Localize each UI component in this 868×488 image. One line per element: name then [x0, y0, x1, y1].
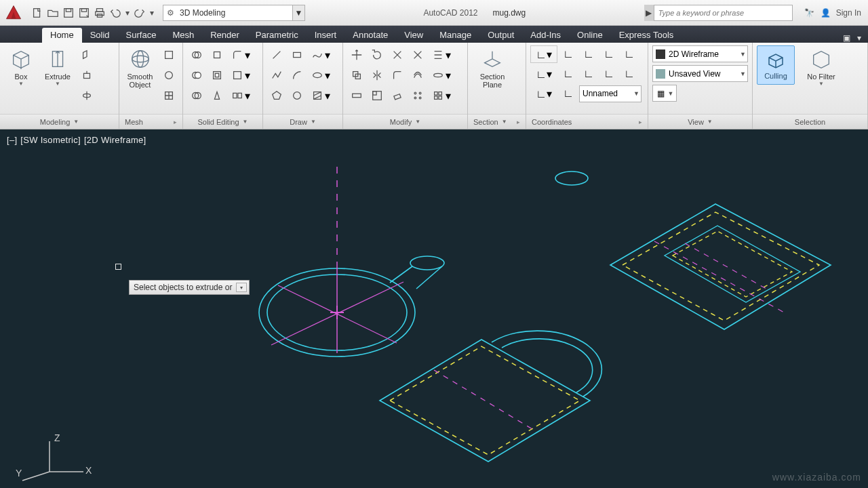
tab-manage[interactable]: Manage — [431, 28, 479, 43]
viewport-config-icon[interactable]: ▦▼ — [652, 85, 677, 102]
ellipse-icon[interactable]: ▾ — [308, 66, 335, 85]
ucs-origin-icon[interactable]: ∟▾ — [530, 85, 557, 102]
featured-apps-icon[interactable]: ▣ — [843, 33, 850, 43]
svg-rect-35 — [373, 92, 376, 95]
ucs-3p-icon[interactable]: ∟ — [620, 65, 639, 83]
ucs-x-icon[interactable]: ∟ — [579, 45, 598, 63]
offset-icon[interactable] — [408, 66, 427, 85]
tab-express[interactable]: Express Tools — [611, 28, 682, 43]
tab-online[interactable]: Online — [569, 28, 611, 43]
ucs-named-combo[interactable]: Unnamed▼ — [579, 85, 642, 102]
ucs-named-icon[interactable]: ∟ — [559, 85, 578, 102]
panel-section: Section Plane Section▼▸ — [468, 43, 526, 129]
array-icon[interactable] — [408, 86, 427, 105]
saved-view-combo[interactable]: Unsaved View▼ — [652, 65, 748, 82]
tab-addins[interactable]: Add-Ins — [522, 28, 569, 43]
search-collapse-icon[interactable]: ▶ — [644, 5, 654, 21]
spline-icon[interactable]: ▾ — [308, 45, 335, 64]
ucs-obj-icon[interactable]: ∟ — [579, 65, 598, 83]
arc-icon[interactable] — [288, 66, 307, 85]
hatch-icon[interactable]: ▾ — [308, 86, 335, 105]
tab-surface[interactable]: Surface — [118, 28, 165, 43]
stretch-icon[interactable] — [347, 86, 366, 105]
extrude-button[interactable]: Extrude▼ — [41, 45, 75, 86]
search-input[interactable] — [654, 5, 793, 21]
3d-array-icon[interactable]: ▾ — [429, 86, 456, 105]
align-icon[interactable]: ▾ — [429, 45, 456, 64]
polygon-icon[interactable] — [267, 86, 286, 105]
section-plane-button[interactable]: Section Plane — [472, 45, 513, 89]
tab-view[interactable]: View — [396, 28, 431, 43]
trim-icon[interactable] — [388, 45, 407, 64]
tab-mesh[interactable]: Mesh — [164, 28, 202, 43]
workspace-selector[interactable]: ⚙ 3D Modeling ▼ — [163, 5, 305, 21]
svg-rect-37 — [394, 94, 401, 100]
line-icon[interactable] — [267, 45, 286, 64]
rectangle-icon[interactable] — [288, 45, 307, 64]
new-icon[interactable] — [30, 5, 45, 20]
print-icon[interactable] — [92, 5, 107, 20]
panel-selection: Culling No Filter▼ Selection — [753, 43, 868, 129]
ucs-z-icon[interactable]: ∟ — [620, 45, 639, 63]
open-icon[interactable] — [45, 5, 60, 20]
ucs-world-icon[interactable]: ∟ — [559, 45, 578, 63]
visual-style-combo[interactable]: 2D Wireframe▼ — [652, 45, 748, 62]
box-button[interactable]: Box▼ — [4, 45, 38, 86]
redo-dd-icon[interactable]: ▾ — [148, 5, 156, 20]
culling-button[interactable]: Culling — [757, 45, 795, 85]
mirror-icon[interactable] — [368, 66, 387, 85]
move-icon[interactable] — [347, 45, 366, 64]
ucs-y-icon[interactable]: ∟ — [599, 45, 618, 63]
user-icon[interactable]: 👤 — [820, 7, 832, 19]
no-filter-button[interactable]: No Filter▼ — [802, 45, 841, 86]
ucs-face-icon[interactable]: ∟ — [559, 65, 578, 83]
undo-icon[interactable] — [108, 5, 123, 20]
shell-icon[interactable]: ▾ — [228, 66, 255, 85]
signin-link[interactable]: Sign In — [836, 8, 861, 18]
mesh-less-icon[interactable] — [159, 66, 178, 85]
extrude-face-icon[interactable] — [208, 45, 226, 64]
scale-icon[interactable] — [368, 86, 387, 105]
tab-render[interactable]: Render — [202, 28, 248, 43]
rotate-icon[interactable] — [368, 45, 387, 64]
tab-insert[interactable]: Insert — [307, 28, 345, 43]
explode-icon[interactable] — [408, 45, 427, 64]
3d-rotate-icon[interactable]: ▾ — [429, 66, 456, 85]
presspull-icon[interactable] — [77, 66, 96, 85]
save-icon[interactable] — [61, 5, 76, 20]
smooth-object-button[interactable]: Smooth Object — [123, 45, 157, 89]
undo-dd-icon[interactable]: ▾ — [123, 5, 132, 20]
saveas-icon[interactable] — [77, 5, 92, 20]
mesh-refine-icon[interactable] — [159, 86, 178, 105]
subtract-icon[interactable] — [187, 66, 206, 85]
polyline-icon[interactable] — [267, 66, 286, 85]
ucs-icon-icon[interactable]: ∟▾ — [530, 45, 557, 63]
mesh-more-icon[interactable] — [159, 45, 178, 64]
tab-home[interactable]: Home — [42, 28, 82, 43]
intersect-icon[interactable] — [187, 86, 206, 105]
union-icon[interactable] — [187, 45, 206, 64]
taper-face-icon[interactable] — [208, 86, 226, 105]
ucs-prev-icon[interactable]: ∟▾ — [530, 65, 557, 83]
viewport[interactable]: [–] [SW Isometric] [2D Wireframe] Select… — [0, 129, 868, 488]
chevron-down-icon[interactable]: ▼ — [292, 5, 304, 20]
offset-face-icon[interactable] — [208, 66, 226, 85]
circle-icon[interactable] — [288, 86, 307, 105]
fillet-edge-icon[interactable]: ▾ — [228, 45, 255, 64]
separate-icon[interactable]: ▾ — [228, 86, 255, 105]
redo-icon[interactable] — [132, 5, 147, 20]
polysolid-icon[interactable] — [77, 45, 96, 64]
tab-solid[interactable]: Solid — [82, 28, 118, 43]
fillet-icon[interactable] — [388, 66, 407, 85]
app-logo[interactable] — [0, 0, 27, 26]
drawing-canvas — [0, 129, 868, 488]
ucs-view-icon[interactable]: ∟ — [599, 65, 618, 83]
tab-annotate[interactable]: Annotate — [344, 28, 396, 43]
tab-output[interactable]: Output — [479, 28, 522, 43]
copy-icon[interactable] — [347, 66, 366, 85]
ribbon-min-icon[interactable]: ▾ — [857, 33, 861, 43]
tab-parametric[interactable]: Parametric — [248, 28, 307, 43]
erase-icon[interactable] — [388, 86, 407, 105]
binoculars-icon[interactable]: 🔭 — [804, 7, 816, 19]
revolve-icon[interactable] — [77, 86, 96, 105]
